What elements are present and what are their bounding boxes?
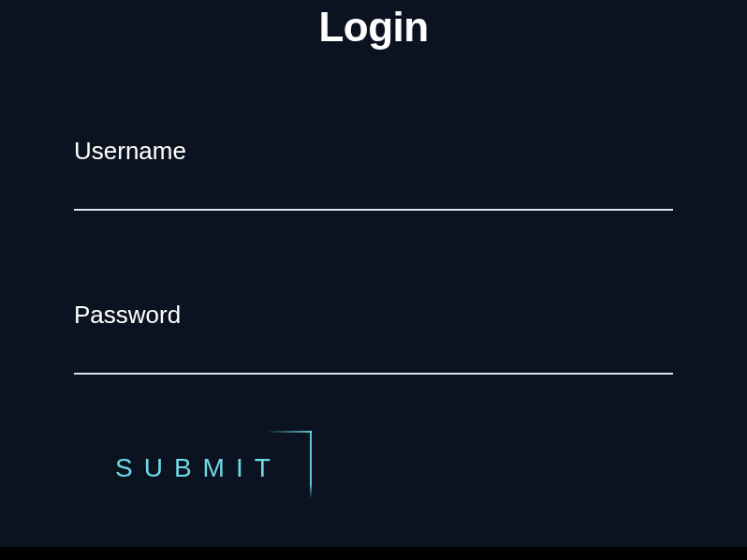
username-field-group: Username <box>74 137 673 211</box>
password-field-group: Password <box>74 301 673 375</box>
page-title: Login <box>0 0 747 51</box>
username-input[interactable] <box>74 179 673 211</box>
submit-container: SUBMIT <box>108 431 308 491</box>
password-input[interactable] <box>74 343 673 375</box>
login-form: Username Password <box>74 51 673 375</box>
submit-button[interactable]: SUBMIT <box>108 431 308 491</box>
username-label: Username <box>74 137 673 166</box>
password-label: Password <box>74 301 673 330</box>
bottom-bar <box>0 547 747 560</box>
